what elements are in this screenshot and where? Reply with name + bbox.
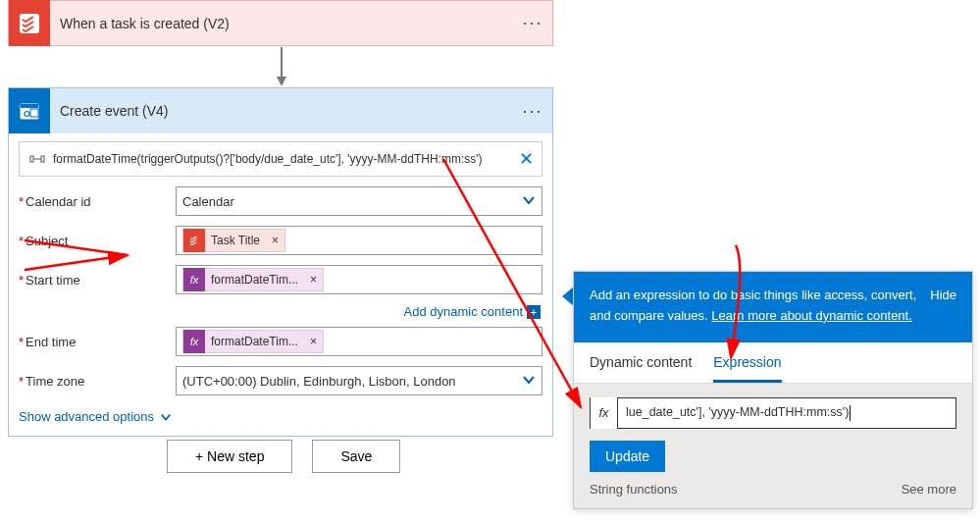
svg-rect-4 — [21, 104, 38, 108]
save-button[interactable]: Save — [312, 440, 400, 473]
update-button[interactable]: Update — [590, 441, 665, 472]
action-card: O Create event (V4) ··· formatDateTime(t… — [8, 87, 553, 437]
input-end-time[interactable]: fx formatDateTim... × — [176, 327, 542, 356]
new-step-button[interactable]: + New step — [167, 440, 292, 473]
trigger-title: When a task is created (V2) — [50, 16, 513, 31]
expression-input[interactable]: fx lue_date_utc'], 'yyyy-MM-ddTHH:mm:ss'… — [590, 397, 956, 429]
tab-dynamic-content[interactable]: Dynamic content — [590, 342, 692, 383]
svg-rect-9 — [41, 156, 44, 162]
footer-buttons: + New step Save — [167, 440, 400, 473]
show-advanced-options-link[interactable]: Show advanced options — [19, 403, 542, 430]
token-remove-icon[interactable]: × — [304, 335, 323, 348]
trigger-menu-button[interactable]: ··· — [513, 13, 552, 33]
action-header[interactable]: O Create event (V4) ··· — [9, 88, 552, 133]
token-task-title[interactable]: Task Title × — [182, 229, 285, 252]
svg-rect-8 — [30, 156, 33, 162]
rename-icon — [27, 152, 47, 166]
popup-tabs: Dynamic content Expression — [574, 342, 972, 384]
token-remove-icon[interactable]: × — [304, 273, 323, 287]
learn-more-link[interactable]: Learn more about dynamic content. — [711, 308, 912, 323]
trigger-card[interactable]: When a task is created (V2) ··· — [8, 0, 553, 46]
label-end-time: End time — [19, 335, 176, 349]
expression-popup: Add an expression to do basic things lik… — [573, 271, 973, 509]
todoist-icon — [9, 0, 50, 46]
svg-marker-2 — [277, 77, 286, 86]
chevron-down-icon — [522, 193, 536, 210]
input-calendar-id-value: Calendar — [182, 194, 234, 209]
chevron-down-icon — [160, 411, 172, 423]
action-title: Create event (V4) — [50, 103, 513, 119]
token-expression-start[interactable]: fx formatDateTim... × — [182, 268, 324, 291]
todoist-icon — [183, 229, 205, 252]
fx-icon: fx — [183, 268, 205, 291]
popup-header: Add an expression to do basic things lik… — [574, 272, 972, 342]
token-label: Task Title — [205, 234, 266, 247]
chevron-down-icon — [522, 373, 536, 390]
token-expression-end[interactable]: fx formatDateTim... × — [182, 330, 324, 353]
input-time-zone[interactable]: (UTC+00:00) Dublin, Edinburgh, Lisbon, L… — [176, 366, 542, 395]
see-more-link[interactable]: See more — [902, 482, 956, 497]
input-time-zone-value: (UTC+00:00) Dublin, Edinburgh, Lisbon, L… — [182, 374, 456, 389]
add-dynamic-content-link[interactable]: Add dynamic content+ — [19, 302, 542, 325]
label-subject: Subject — [19, 234, 176, 248]
fx-icon: fx — [591, 397, 618, 429]
action-menu-button[interactable]: ··· — [513, 101, 552, 122]
popup-hide-button[interactable]: Hide — [930, 286, 956, 327]
token-remove-icon[interactable]: × — [266, 234, 284, 247]
expression-input-text: lue_date_utc'], 'yyyy-MM-ddTHH:mm:ss') — [618, 405, 955, 421]
tab-expression[interactable]: Expression — [713, 342, 781, 383]
svg-text:O: O — [24, 109, 30, 119]
label-time-zone: Time zone — [19, 374, 176, 389]
outlook-calendar-icon: O — [9, 88, 50, 133]
token-label: formatDateTim... — [205, 335, 304, 348]
input-subject[interactable]: Task Title × — [176, 226, 542, 255]
label-start-time: Start time — [19, 273, 176, 288]
rename-close-icon[interactable]: ✕ — [508, 148, 534, 170]
input-calendar-id[interactable]: Calendar — [176, 186, 542, 216]
token-label: formatDateTim... — [205, 273, 304, 287]
fx-icon: fx — [183, 330, 205, 353]
section-string-functions: String functions — [590, 482, 678, 497]
label-calendar-id: Calendar id — [19, 194, 176, 209]
action-rename-bar[interactable]: formatDateTime(triggerOutputs()?['body/d… — [19, 141, 542, 177]
plus-icon: + — [527, 305, 541, 319]
action-rename-text: formatDateTime(triggerOutputs()?['body/d… — [47, 152, 508, 166]
flow-connector-arrow — [275, 47, 288, 86]
input-start-time[interactable]: fx formatDateTim... × — [176, 265, 542, 294]
